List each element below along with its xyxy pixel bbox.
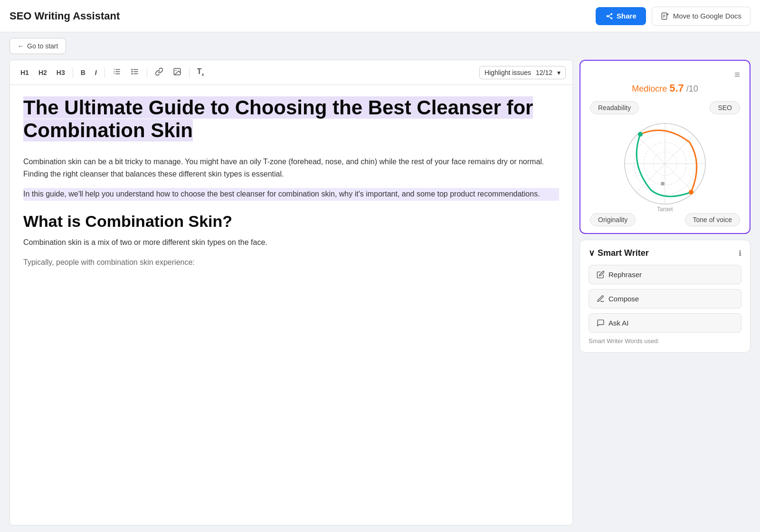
go-to-start-button[interactable]: ← Go to start [10,38,66,54]
h1-button[interactable]: H1 [17,66,33,79]
ask-ai-icon [597,319,605,327]
radar-top-labels: Readability SEO [590,101,740,114]
h3-button[interactable]: H3 [53,66,69,79]
svg-point-33 [638,132,643,137]
highlight-issues-label: Highlight issues [484,69,531,76]
separator-1 [73,67,73,78]
arrow-left-icon: ← [18,42,24,50]
svg-text:2: 2 [114,71,114,73]
rephraser-icon [597,271,605,279]
editor-content[interactable]: The Ultimate Guide to Choosing the Best … [10,85,572,525]
readability-button[interactable]: Readability [590,101,639,114]
article-h2: What is Combination Skin? [23,212,559,231]
link-button[interactable] [151,65,167,80]
article-para-2: In this guide, we'll help you understand… [23,188,559,200]
svg-point-20 [131,71,133,73]
article-para-1: Combination skin can be a bit tricky to … [23,156,559,181]
image-button[interactable] [169,65,185,80]
svg-point-35 [661,182,665,186]
compose-icon [597,295,605,303]
main-layout: H1 H2 H3 B I 1 2 3 [0,60,760,532]
image-icon [173,67,181,76]
seo-button[interactable]: SEO [710,101,740,114]
svg-text:1: 1 [114,68,114,70]
rephraser-button[interactable]: Rephraser [589,265,741,284]
app-header: SEO Writing Assistant Share Move t [0,0,760,32]
ordered-list-button[interactable]: 1 2 3 [109,65,125,80]
score-value: 5.7 [669,82,684,94]
radar-svg: Target [608,116,722,211]
unordered-list-button[interactable] [127,65,143,80]
svg-text:Target: Target [657,206,673,211]
score-header: Mediocre 5.7 /10 [590,82,740,94]
smart-writer-words-label: Smart Writer Words used: [589,337,741,345]
article-para-4: Typically, people with combination skin … [23,256,559,269]
right-panel: ≡ Mediocre 5.7 /10 Readability SEO [580,60,750,525]
svg-point-19 [131,69,133,70]
sub-header: ← Go to start [0,32,760,60]
go-start-label: Go to start [27,42,58,50]
score-card: ≡ Mediocre 5.7 /10 Readability SEO [580,60,750,234]
svg-point-23 [175,70,176,71]
chevron-down-sw-icon: ∨ [589,248,595,258]
bold-button[interactable]: B [77,66,89,79]
svg-point-21 [131,73,133,75]
svg-point-1 [611,13,613,15]
share-button[interactable]: Share [596,7,646,25]
smart-writer-label: Smart Writer [598,248,649,258]
unordered-list-icon [131,67,139,76]
article-para-3: Combination skin is a mix of two or more… [23,236,559,249]
move-to-docs-button[interactable]: Move to Google Docs [652,7,750,26]
editor-toolbar: H1 H2 H3 B I 1 2 3 [10,60,572,85]
ask-ai-label: Ask AI [608,319,629,327]
share-icon [605,12,614,20]
compose-label: Compose [608,295,639,303]
article-title-wrapper: The Ultimate Guide to Choosing the Best … [23,96,559,142]
header-actions: Share Move to Google Docs [596,7,750,26]
smart-writer-title: ∨ Smart Writer [589,248,649,258]
article-title: The Ultimate Guide to Choosing the Best … [23,96,533,141]
italic-button[interactable]: I [91,66,101,79]
ask-ai-button[interactable]: Ask AI [589,313,741,333]
svg-line-3 [609,14,611,16]
score-denom: /10 [686,84,698,93]
h2-button[interactable]: H2 [35,66,51,79]
smart-writer-header: ∨ Smart Writer ℹ [589,248,741,258]
separator-2 [104,67,105,78]
svg-point-34 [689,190,694,195]
tone-of-voice-button[interactable]: Tone of voice [685,213,741,226]
app-title: SEO Writing Assistant [10,10,120,22]
clear-format-button[interactable]: Tx [193,65,208,79]
svg-line-4 [609,16,611,18]
editor-panel: H1 H2 H3 B I 1 2 3 [10,60,573,525]
radar-chart: Target [590,116,740,211]
ordered-list-icon: 1 2 3 [113,67,121,76]
separator-4 [189,67,190,78]
info-icon[interactable]: ℹ [739,249,741,258]
highlight-issues-count: 12/12 [536,69,552,76]
menu-icon[interactable]: ≡ [734,69,740,80]
compose-button[interactable]: Compose [589,289,741,308]
smart-writer-card: ∨ Smart Writer ℹ Rephraser Compose [580,240,750,353]
rephraser-label: Rephraser [608,271,642,279]
radar-bottom-labels: Originality Tone of voice [590,213,740,226]
svg-point-2 [611,17,613,19]
article-body: Combination skin can be a bit tricky to … [23,156,559,269]
move-docs-icon [661,12,669,20]
separator-3 [147,67,147,78]
move-docs-label: Move to Google Docs [673,12,741,20]
score-quality-label: Mediocre [632,84,667,93]
svg-text:3: 3 [114,73,114,75]
highlight-issues-dropdown[interactable]: Highlight issues 12/12 ▾ [479,66,566,79]
link-icon [155,67,163,76]
share-label: Share [617,12,636,20]
chevron-down-icon: ▾ [557,69,560,76]
originality-button[interactable]: Originality [590,213,636,226]
